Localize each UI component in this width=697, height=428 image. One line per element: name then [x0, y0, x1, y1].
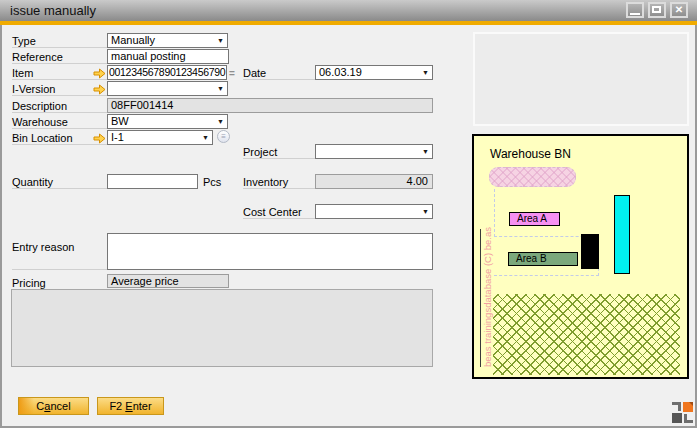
entry-reason-textarea[interactable]: [107, 233, 433, 270]
inventory-field: 4.00: [315, 174, 433, 189]
warehouse-value: BW: [111, 115, 129, 127]
item-overflow-icon[interactable]: =: [229, 69, 235, 79]
window-title: issue manually: [10, 0, 96, 21]
area-a-box: Area A: [509, 212, 560, 226]
date-label: Date: [243, 67, 315, 80]
inventory-label: Inventory: [243, 176, 315, 189]
warehouse-label: Warehouse: [12, 116, 107, 129]
f2-enter-button-label: F2 Enter: [109, 400, 151, 412]
minimize-icon: [630, 13, 640, 15]
f2-enter-label-post: nter: [133, 400, 152, 412]
area-b-label: Area B: [516, 253, 547, 264]
resize-grip-icon[interactable]: [672, 402, 693, 423]
top-right-placeholder-panel: [473, 32, 689, 126]
i-version-link-arrow-icon[interactable]: [93, 84, 106, 95]
map-dashed-line-left: [494, 189, 495, 237]
watermark-text: beas trainingsdatabase (C) be.as: [482, 227, 493, 367]
entry-reason-label: Entry reason: [12, 241, 107, 270]
project-chevron-down-icon[interactable]: ▼: [422, 148, 429, 156]
map-cyan-block: [614, 195, 630, 274]
bin-location-link-arrow-icon[interactable]: [93, 133, 106, 144]
project-label: Project: [243, 146, 315, 159]
maximize-icon: [652, 6, 661, 13]
cancel-button-label: Cancel: [36, 400, 70, 412]
date-chevron-down-icon[interactable]: ▼: [422, 69, 429, 77]
quantity-unit: Pcs: [203, 176, 221, 189]
type-value: Manually: [111, 34, 155, 46]
area-b-box: Area B: [508, 252, 578, 266]
quantity-label: Quantity: [12, 176, 107, 189]
warehouse-map-panel: Warehouse BN Area A Area B beas training…: [472, 134, 689, 379]
titlebar-accent-line: [0, 21, 697, 25]
grip-dark-square: [672, 413, 682, 423]
cancel-button[interactable]: Cancel: [18, 397, 89, 415]
close-button[interactable]: ✕: [670, 2, 688, 18]
i-version-chevron-down-icon[interactable]: ▼: [217, 85, 224, 93]
i-version-select[interactable]: ▼: [107, 81, 228, 96]
date-value: 06.03.19: [319, 66, 362, 78]
close-icon: ✕: [672, 3, 686, 16]
description-field: 08FF001414: [107, 98, 433, 113]
minimize-button[interactable]: [626, 2, 644, 18]
warehouse-map-title: Warehouse BN: [490, 147, 571, 161]
project-select[interactable]: ▼: [315, 144, 433, 159]
type-chevron-down-icon[interactable]: ▼: [217, 37, 224, 45]
bin-location-select[interactable]: I-1 ▼: [107, 130, 213, 145]
grip-top-left-bracket: [672, 402, 681, 411]
quantity-input[interactable]: [107, 174, 198, 189]
window-titlebar[interactable]: issue manually: [0, 0, 697, 21]
f2-enter-button[interactable]: F2 Enter: [97, 397, 164, 415]
grip-bottom-right-bracket: [684, 414, 693, 423]
item-input[interactable]: 001234567890123456790: [107, 65, 227, 80]
description-value: 08FF001414: [111, 99, 173, 111]
description-label: Description: [12, 100, 107, 113]
reference-label: Reference: [12, 51, 107, 64]
type-label: Type: [12, 35, 107, 48]
area-a-label: Area A: [517, 213, 547, 224]
detail-placeholder-panel: [11, 289, 433, 367]
f2-enter-label-pre: F2: [109, 400, 125, 412]
pricing-field: Average price: [107, 274, 229, 288]
bin-location-value: I-1: [111, 131, 124, 143]
cancel-label-post: ncel: [50, 400, 70, 412]
bin-location-chevron-down-icon[interactable]: ▼: [202, 134, 209, 142]
bin-location-list-icon[interactable]: ≡: [217, 130, 230, 143]
item-value: 001234567890123456790: [109, 66, 225, 78]
map-dashed-line-bottom: [494, 275, 599, 276]
grip-orange-square: [683, 402, 693, 412]
map-hatched-area: [493, 294, 680, 375]
reference-input[interactable]: manual posting: [107, 49, 229, 64]
cancel-focus-stripe: [19, 398, 34, 414]
item-link-arrow-icon[interactable]: [93, 68, 106, 79]
date-select[interactable]: 06.03.19 ▼: [315, 65, 433, 80]
cost-center-label: Cost Center: [243, 206, 315, 219]
warehouse-select[interactable]: BW ▼: [107, 114, 228, 129]
warehouse-chevron-down-icon[interactable]: ▼: [217, 118, 224, 126]
inventory-value: 4.00: [407, 175, 428, 187]
f2-enter-label-mnemonic: E: [125, 400, 132, 412]
reference-value: manual posting: [111, 50, 186, 62]
type-select[interactable]: Manually ▼: [107, 33, 228, 48]
issue-manually-window: issue manually ✕ Type Reference Item I-V…: [0, 0, 697, 428]
pricing-value: Average price: [111, 275, 179, 287]
cost-center-chevron-down-icon[interactable]: ▼: [422, 208, 429, 216]
watermark-line: [480, 229, 481, 367]
map-black-block: [581, 234, 599, 269]
cost-center-select[interactable]: ▼: [315, 204, 433, 219]
window-controls: ✕: [626, 2, 688, 18]
maximize-button[interactable]: [648, 2, 666, 18]
warehouse-map-pink-zone: [489, 167, 576, 187]
